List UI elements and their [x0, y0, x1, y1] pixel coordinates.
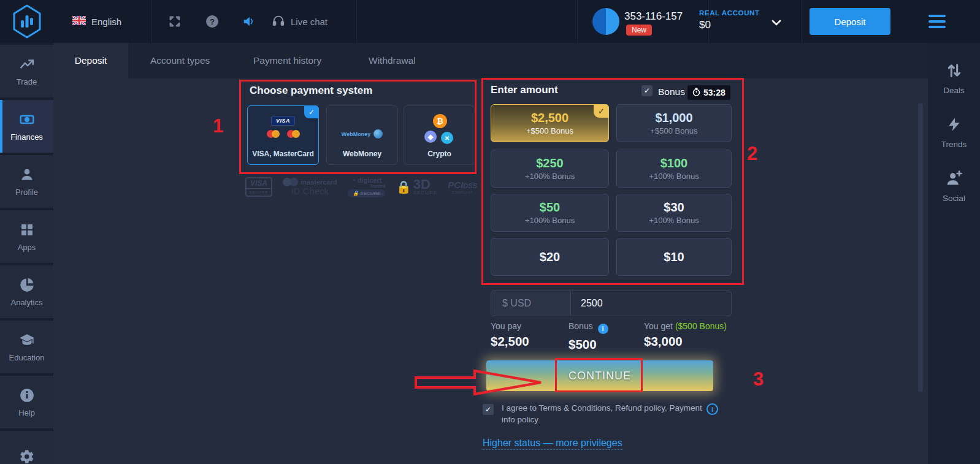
app-logo-icon[interactable]	[12, 4, 42, 39]
sidebar-item-trade[interactable]: Trade	[0, 45, 53, 97]
amount-option-20[interactable]: $20	[491, 238, 609, 276]
add-user-icon	[945, 170, 963, 189]
you-get-label: You get ($500 Bonus)	[644, 321, 727, 331]
mastercard-logo	[267, 130, 280, 138]
tab-account-types[interactable]: Account types	[144, 43, 216, 78]
language-label: English	[91, 17, 121, 27]
sidebar-item-deals[interactable]: Deals	[928, 51, 980, 105]
topbar: English ?	[0, 0, 980, 43]
amount-option-250[interactable]: $250+100% Bonus	[491, 150, 609, 188]
payment-method-webmoney[interactable]: WebMoney WebMoney	[326, 105, 398, 165]
apps-icon	[20, 221, 34, 238]
divider	[577, 0, 578, 43]
you-pay-value: $2,500	[491, 334, 529, 349]
amount-input-group: $ USD	[491, 291, 732, 316]
agreement-checkbox[interactable]: ✓	[483, 404, 494, 415]
payment-section-title: Choose payment system	[250, 85, 372, 97]
headset-icon	[272, 14, 285, 29]
security-badges: VISA SECURE mastercard ID Check ◔ digice…	[245, 177, 477, 197]
annotation-number-2: 2	[747, 143, 757, 165]
info-icon[interactable]: i	[598, 324, 608, 334]
account-switcher[interactable]: REAL ACCOUNT $0	[699, 9, 760, 31]
annotation-arrow	[415, 369, 543, 396]
visa-secure-badge: VISA SECURE	[245, 177, 272, 197]
bonus-checkbox-label: Bonus	[658, 86, 685, 97]
tab-label: Withdrawal	[369, 55, 416, 66]
agreement-info-icon[interactable]: i	[706, 403, 718, 415]
maestro-logo	[287, 130, 300, 138]
sidebar-item-analytics[interactable]: Analytics	[0, 265, 53, 318]
right-sidebar: Deals Trends Social	[928, 43, 980, 464]
you-get-block: You get ($500 Bonus) $3,000	[644, 321, 727, 349]
agreement-text[interactable]: I agree to Terms & Conditions, Refund po…	[502, 402, 704, 425]
amount-input[interactable]	[571, 291, 731, 316]
bonus-label: Bonus i	[568, 321, 608, 334]
pci-dss-badge: PCIDSS COMPLIANT	[448, 180, 477, 194]
lightning-icon	[946, 116, 962, 135]
fullscreen-button[interactable]	[168, 0, 182, 43]
tab-payment-history[interactable]: Payment history	[247, 43, 327, 78]
left-sidebar: Trade Finances Profile Apps	[0, 43, 53, 464]
tab-label: Payment history	[253, 55, 321, 66]
sidebar-item-label: Trends	[941, 140, 967, 149]
amount-option-2500[interactable]: ✓ $2,500+$500 Bonus	[491, 104, 609, 142]
mastercard-idcheck-badge: mastercard ID Check	[283, 178, 337, 196]
help-icon	[19, 387, 35, 404]
live-chat-button[interactable]: Live chat	[272, 0, 327, 43]
amount-option-100[interactable]: $100+100% Bonus	[616, 150, 732, 188]
sidebar-item-label: Deals	[943, 86, 965, 95]
sidebar-item-profile[interactable]: Profile	[0, 155, 53, 208]
currency-selector[interactable]: $ USD	[491, 291, 571, 316]
higher-status-link[interactable]: Higher status — more privileges	[483, 438, 622, 450]
sidebar-item-label: Profile	[15, 188, 38, 197]
ripple-icon: ✕	[441, 132, 453, 144]
sidebar-item-finances[interactable]: Finances	[0, 100, 53, 153]
language-selector[interactable]: English	[72, 0, 121, 43]
sidebar-item-education[interactable]: Education	[0, 321, 53, 373]
amount-option-50[interactable]: $50+100% Bonus	[491, 194, 609, 232]
sidebar-item-help[interactable]: Help	[0, 376, 53, 428]
amount-option-10[interactable]: $10	[616, 238, 732, 276]
ethereum-icon: ◆	[424, 131, 437, 143]
payment-method-visa-mastercard[interactable]: ✓ VISA VISA, MasterCard	[247, 105, 319, 165]
sidebar-item-apps[interactable]: Apps	[0, 210, 53, 263]
deposit-button[interactable]: Deposit	[810, 8, 890, 35]
sidebar-item-settings[interactable]	[0, 431, 53, 464]
webmoney-logo: WebMoney	[327, 129, 397, 139]
tab-label: Account types	[150, 55, 210, 66]
menu-button[interactable]	[928, 15, 946, 28]
bonus-timer: 53:28	[687, 85, 730, 100]
annotation-number-3: 3	[753, 368, 764, 390]
payment-method-label: WebMoney	[343, 150, 381, 158]
tab-withdrawal[interactable]: Withdrawal	[362, 43, 422, 78]
sidebar-item-label: Analytics	[10, 298, 42, 307]
sidebar-item-trends[interactable]: Trends	[928, 105, 980, 159]
uk-flag-icon	[72, 16, 86, 28]
payment-method-crypto[interactable]: ₿ ◆ ✕ Crypto	[404, 105, 475, 165]
amount-option-1000[interactable]: $1,000+$500 Bonus	[616, 104, 732, 142]
digicert-badge: ◔ digicertTrusted 🔒 SECURE	[348, 177, 386, 197]
3d-secure-badge: 🔒 3D SECURE	[396, 179, 437, 196]
deposit-page: English ?	[0, 0, 980, 464]
account-id: 353-116-157	[624, 10, 683, 23]
tab-deposit[interactable]: Deposit	[53, 43, 128, 78]
sound-button[interactable]	[242, 0, 256, 43]
bonus-value: $500	[568, 337, 608, 352]
scrollbar-thumb[interactable]	[918, 103, 923, 392]
you-pay-block: You pay $2,500	[491, 321, 529, 349]
status-badge: New	[626, 25, 652, 36]
profile-icon	[19, 166, 35, 183]
sidebar-item-label: Apps	[18, 243, 36, 252]
bonus-checkbox[interactable]: ✓	[641, 85, 653, 96]
deals-icon	[946, 62, 963, 81]
svg-text:?: ?	[210, 17, 215, 26]
chevron-down-icon[interactable]	[771, 17, 781, 28]
help-button[interactable]: ?	[205, 0, 219, 43]
divider	[151, 0, 152, 43]
bonus-block: Bonus i $500	[568, 321, 608, 352]
avatar[interactable]	[592, 8, 619, 35]
sidebar-item-social[interactable]: Social	[928, 159, 980, 213]
amount-option-30[interactable]: $30+100% Bonus	[616, 194, 732, 232]
tabbar: Deposit Account types Payment history Wi…	[53, 43, 928, 78]
live-chat-label: Live chat	[291, 17, 327, 27]
